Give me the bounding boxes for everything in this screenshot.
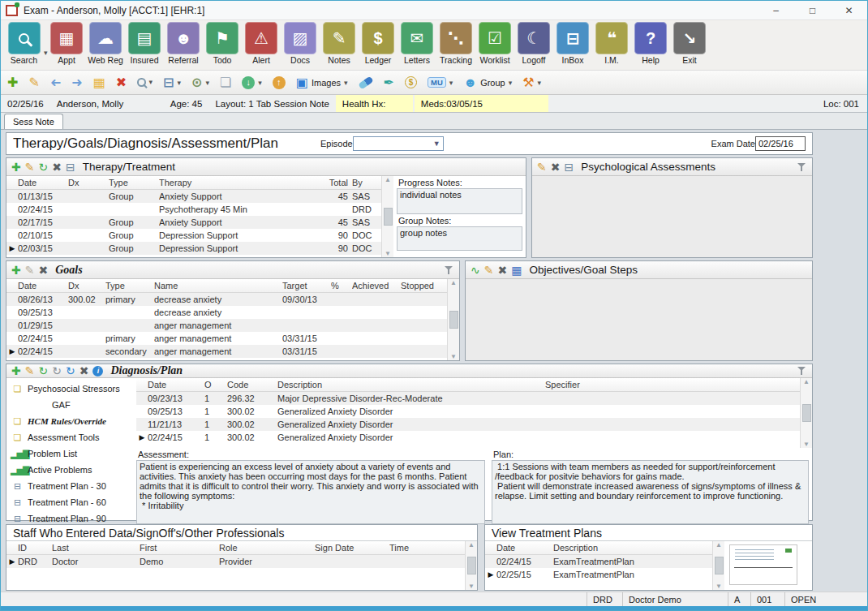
charges-button[interactable]: $	[405, 76, 417, 88]
goals-table-row[interactable]: 08/26/13300.02 primarydecrease anxiety 0…	[6, 293, 447, 306]
webreg-button[interactable]: ☁ Web Reg	[87, 22, 125, 65]
delete-icon[interactable]: ✖	[38, 265, 48, 276]
letters-button[interactable]: ✉ Letters	[398, 22, 436, 65]
scroll-thumb[interactable]	[467, 557, 476, 574]
add-icon[interactable]: ✚	[11, 161, 21, 173]
goals-scrollbar[interactable]: ▲▼	[447, 279, 459, 360]
diagnosis-table-row[interactable]: 09/25/131 300.02Generalized Anxiety Diso…	[136, 405, 800, 418]
schedule-button[interactable]: ▦	[93, 76, 105, 89]
therapy-table-row[interactable]: 01/13/15 GroupAnxiety Support 45SAS	[6, 190, 381, 203]
dropdown-arrow-icon[interactable]: ▾	[258, 79, 262, 87]
delete-button[interactable]: ✖	[116, 76, 127, 89]
scroll-up-icon[interactable]: ▲	[385, 176, 391, 183]
scroll-up-icon[interactable]: ▲	[468, 541, 475, 549]
add-icon[interactable]: ✚	[11, 365, 21, 376]
refresh-icon[interactable]: ↻	[38, 161, 48, 173]
goals-table-row[interactable]: 09/25/13 decrease anxiety	[6, 306, 447, 319]
dropdown-arrow-icon[interactable]: ▾	[149, 78, 153, 86]
scroll-down-icon[interactable]: ▼	[803, 441, 810, 448]
treatment-plan-preview[interactable]	[729, 544, 797, 585]
dropdown-arrow-icon[interactable]: ▾	[509, 79, 513, 87]
active-problems-button[interactable]: ▂▅▇ Active Problems	[6, 462, 136, 478]
refresh-icon[interactable]: ↻	[38, 365, 48, 376]
view-button[interactable]: ⊙ ▾	[191, 76, 209, 89]
scroll-up-icon[interactable]: ▲	[803, 378, 810, 385]
back-button[interactable]: ➜	[50, 76, 61, 89]
forward-button[interactable]: ➜	[71, 76, 82, 89]
minimize-button[interactable]: –	[758, 1, 794, 19]
delete-icon[interactable]: ✖	[497, 265, 507, 276]
dropdown-arrow-icon[interactable]: ▾	[449, 79, 453, 87]
exam-date-input[interactable]	[755, 136, 806, 151]
scroll-thumb[interactable]	[802, 404, 811, 422]
hcm-rules-button[interactable]: ❏ HCM Rules/Override	[6, 413, 136, 429]
dropdown-arrow-icon[interactable]: ▾	[177, 79, 181, 87]
search-button[interactable]: ▾	[137, 78, 153, 86]
treatment-plan-60-button[interactable]: ⊟ Treatment Plan - 60	[6, 494, 136, 510]
edit-icon[interactable]: ✎	[25, 365, 35, 376]
staff-table-row[interactable]: ▶ DRDDoctor DemoProvider	[6, 555, 465, 568]
edit-icon[interactable]: ✎	[25, 265, 35, 276]
gaf-button[interactable]: GAF	[6, 397, 136, 413]
appt-button[interactable]: ▦ Appt	[48, 22, 86, 65]
scroll-thumb[interactable]	[715, 557, 724, 574]
insured-button[interactable]: ▤ Insured	[126, 22, 164, 65]
treatment-plan-row[interactable]: 02/24/15ExamTreatmentPlan	[485, 555, 712, 568]
goals-table-row[interactable]: 01/29/15 anger management	[6, 319, 447, 332]
add-icon[interactable]: ✚	[11, 265, 21, 276]
print-icon[interactable]: ⊟	[564, 161, 574, 173]
filter-icon[interactable]	[797, 162, 807, 172]
logoff-button[interactable]: ☾ Logoff	[515, 22, 553, 65]
therapy-table-row[interactable]: 02/17/15 GroupAnxiety Support 45SAS	[6, 216, 381, 229]
dropdown-arrow-icon[interactable]: ▾	[538, 79, 542, 87]
delete-icon[interactable]: ✖	[52, 161, 62, 173]
dropdown-arrow-icon[interactable]: ▾	[205, 79, 209, 87]
therapy-table-row[interactable]: 02/24/15 Psychotherapy 45 Min DRD	[6, 203, 381, 216]
health-hx[interactable]: Health Hx:	[336, 95, 413, 112]
group-button[interactable]: ☻ Group ▾	[463, 76, 512, 89]
link-icon[interactable]: ∿	[471, 265, 480, 276]
treatment-plan-row[interactable]: ▶ 02/25/15ExamTreatmentPlan	[485, 568, 712, 581]
notes-button[interactable]: ✎ Notes	[320, 22, 359, 65]
scroll-down-icon[interactable]: ▼	[468, 583, 475, 590]
refresh3-icon[interactable]: ↻	[66, 365, 75, 376]
assessment-tools-button[interactable]: ❏ Assessment Tools	[6, 429, 136, 445]
therapy-table-row[interactable]: ▶ 02/03/15 GroupDepression Support 90DOC	[6, 242, 381, 255]
diagnosis-table-row[interactable]: ▶ 02/24/151 300.02Generalized Anxiety Di…	[136, 431, 800, 444]
ledger-button[interactable]: $ Ledger	[359, 22, 397, 65]
group-notes-box[interactable]: group notes	[397, 226, 522, 251]
docs-button[interactable]: ▨ Docs	[281, 22, 320, 65]
upload-button[interactable]: ↑	[273, 76, 286, 89]
edit-icon[interactable]: ✎	[484, 265, 494, 276]
diagnosis-scrollbar[interactable]: ▲▼	[800, 378, 812, 448]
filter-icon[interactable]	[445, 265, 454, 275]
scroll-up-icon[interactable]: ▲	[715, 541, 722, 549]
plan-textbox[interactable]: 1:1 Sessions with team members as needed…	[492, 460, 809, 524]
treatment-plans-scrollbar[interactable]: ▲▼	[712, 541, 724, 590]
episode-select[interactable]: ▼	[353, 136, 444, 151]
goals-table-row[interactable]: ▶ 02/24/15 secondaryanger management 03/…	[6, 345, 447, 358]
goals-table-row[interactable]: 02/24/15 primaryanger management 03/31/1…	[6, 332, 447, 345]
scroll-down-icon[interactable]: ▼	[450, 353, 457, 360]
todo-button[interactable]: ⚑ Todo	[204, 22, 242, 65]
info-icon[interactable]: i	[92, 366, 103, 376]
images-button[interactable]: ▣ Images ▾	[296, 76, 348, 89]
print-icon[interactable]: ⊟	[66, 161, 75, 173]
psychosocial-stressors-button[interactable]: ❏ Psychosocial Stressors	[6, 381, 136, 397]
alert-button[interactable]: ⚠ Alert	[243, 22, 281, 65]
filter-icon[interactable]	[797, 366, 807, 376]
therapy-table-row[interactable]: 02/10/15 GroupDepression Support 90DOC	[6, 229, 381, 242]
im-button[interactable]: ❝ I.M.	[593, 22, 631, 65]
scroll-thumb[interactable]	[449, 311, 458, 329]
maximize-button[interactable]: □	[794, 1, 831, 19]
scroll-thumb[interactable]	[384, 208, 393, 226]
progress-notes-box[interactable]: individual notes	[397, 188, 522, 214]
inbox-button[interactable]: ⊟ InBox	[554, 22, 592, 65]
marker-button[interactable]: ✒	[384, 76, 394, 89]
staff-scrollbar[interactable]: ▲▼	[465, 541, 477, 590]
grid-icon[interactable]: ▦	[511, 265, 522, 276]
dropdown-arrow-icon[interactable]: ▾	[344, 79, 348, 87]
referral-button[interactable]: ☻ Referral	[165, 22, 203, 65]
add-button[interactable]: ✚	[7, 76, 18, 89]
scroll-down-icon[interactable]: ▼	[385, 250, 391, 257]
